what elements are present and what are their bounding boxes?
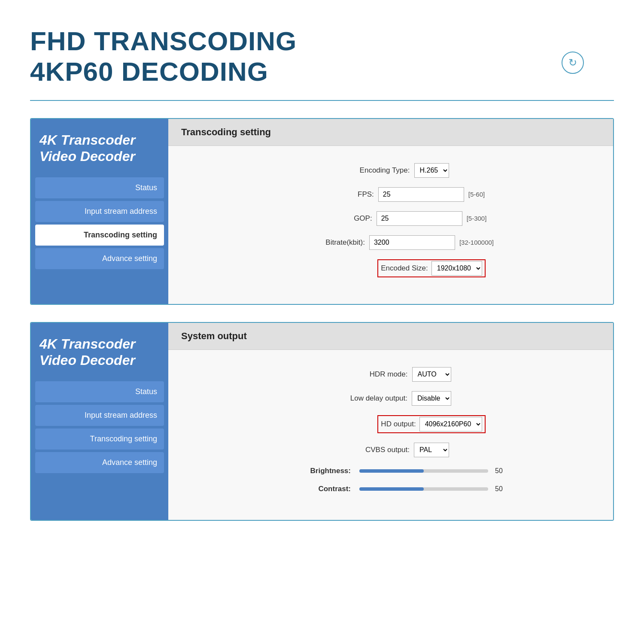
main-system: System output HDR mode: AUTO HDR10 SDR L… [168,323,613,520]
fps-row: FPS: [5-60] [194,187,587,202]
refresh-icon[interactable]: ↻ [562,52,584,74]
contrast-slider-fill [359,487,424,491]
gop-input[interactable] [377,211,462,226]
sidebar-system: 4K TranscoderVideo Decoder Status Input … [31,323,168,520]
nav-input-stream-1[interactable]: Input stream address [35,201,164,222]
nav-advance-2[interactable]: Advance setting [35,452,164,473]
section-body-system: HDR mode: AUTO HDR10 SDR Low delay outpu… [168,350,613,520]
brightness-slider-fill [359,469,424,473]
contrast-value: 50 [495,485,508,493]
nav-advance-1[interactable]: Advance setting [35,248,164,269]
brand-system: 4K TranscoderVideo Decoder [31,323,168,382]
brightness-value: 50 [495,467,508,475]
brand-transcoding: 4K TranscoderVideo Decoder [31,119,168,178]
encoding-type-row: Encoding Type: H.265 H.264 [194,163,587,178]
page-title: FHD TRANSCODING 4KP60 DECODING [30,26,614,87]
nav-input-stream-2[interactable]: Input stream address [35,405,164,426]
encoded-size-select[interactable]: 1920x1080 1280x720 3840x2160 [431,261,482,276]
hd-output-row: HD output: 4096x2160P60 3840x2160P60 192… [194,415,587,433]
gop-label: GOP: [295,214,372,223]
sidebar-transcoding: 4K TranscoderVideo Decoder Status Input … [31,119,168,304]
brightness-label: Brightness: [273,467,351,475]
low-delay-select[interactable]: Disable Enable [412,391,451,406]
section-title-transcoding: Transcoding setting [168,119,613,146]
cvbs-output-select[interactable]: PAL NTSC [414,443,449,457]
fps-input[interactable] [378,187,464,202]
low-delay-row: Low delay output: Disable Enable [194,391,587,406]
bitrate-range: [32-100000] [459,239,494,246]
encoded-size-label: Encoded Size: [381,264,428,273]
encoding-type-select[interactable]: H.265 H.264 [414,163,449,178]
hdr-mode-row: HDR mode: AUTO HDR10 SDR [194,367,587,382]
fps-label: FPS: [297,190,374,199]
section-body-transcoding: Encoding Type: H.265 H.264 FPS: [5-60] G… [168,146,613,304]
low-delay-label: Low delay output: [330,394,407,403]
contrast-slider-track[interactable] [359,487,488,491]
title-divider [30,100,614,101]
hdr-mode-label: HDR mode: [331,370,408,379]
hd-output-label: HD output: [381,420,416,428]
encoded-size-wrapper: Encoded Size: 1920x1080 1280x720 3840x21… [377,259,486,277]
cvbs-output-label: CVBS output: [332,446,410,454]
bitrate-input[interactable] [369,235,455,250]
section-title-system: System output [168,323,613,350]
contrast-row: Contrast: 50 [194,485,587,493]
hd-output-wrapper: HD output: 4096x2160P60 3840x2160P60 192… [377,415,485,433]
nav-transcoding-setting-2[interactable]: Transcoding setting [35,428,164,450]
cvbs-output-row: CVBS output: PAL NTSC [194,443,587,457]
nav-status-1[interactable]: Status [35,177,164,198]
encoding-type-label: Encoding Type: [333,166,410,175]
refresh-button-container: ↻ [562,52,584,74]
nav-system: Status Input stream address Transcoding … [31,381,168,482]
panel-transcoding: 4K TranscoderVideo Decoder Status Input … [30,118,614,305]
panel-system-output: 4K TranscoderVideo Decoder Status Input … [30,322,614,521]
bitrate-row: Bitrate(kbit): [32-100000] [194,235,587,250]
nav-transcoding: Status Input stream address Transcoding … [31,177,168,278]
encoded-size-row: Encoded Size: 1920x1080 1280x720 3840x21… [194,259,587,277]
fps-range: [5-60] [468,191,485,198]
nav-status-2[interactable]: Status [35,381,164,402]
bitrate-label: Bitrate(kbit): [288,238,365,247]
brightness-slider-track[interactable] [359,469,488,473]
brightness-row: Brightness: 50 [194,467,587,475]
hdr-mode-select[interactable]: AUTO HDR10 SDR [412,367,451,382]
hd-output-select[interactable]: 4096x2160P60 3840x2160P60 1920x1080P60 [419,417,482,431]
gop-range: [5-300] [467,215,487,222]
contrast-label: Contrast: [273,485,351,493]
gop-row: GOP: [5-300] [194,211,587,226]
main-transcoding: Transcoding setting Encoding Type: H.265… [168,119,613,304]
nav-transcoding-setting-1[interactable]: Transcoding setting [35,225,164,246]
